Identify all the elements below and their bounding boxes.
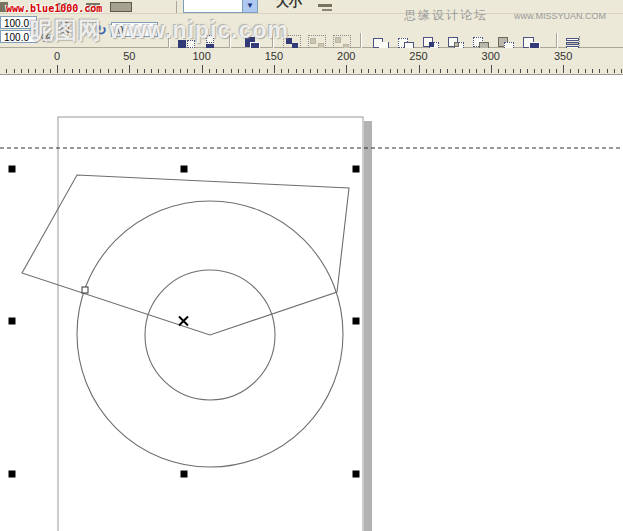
watermark-missyuan-forum: 思缘设计论坛 — [404, 7, 488, 24]
selection-handle[interactable] — [9, 471, 16, 478]
app-window: ▼ 大小 % ↻ — [0, 0, 623, 531]
watermark-missyuan-url: www.MISSYUAN.COM — [514, 11, 606, 21]
watermark-blue1000: www.blue1000.com — [6, 3, 102, 14]
selection-handle[interactable] — [353, 166, 360, 173]
canvas-overlay — [0, 0, 623, 531]
curve-start-node[interactable] — [82, 287, 88, 293]
page — [58, 117, 363, 531]
page-shadow — [364, 121, 372, 531]
selection-handle[interactable] — [353, 471, 360, 478]
selection-handle[interactable] — [181, 471, 188, 478]
selection-handle[interactable] — [181, 166, 188, 173]
selection-handle[interactable] — [353, 318, 360, 325]
selection-handle[interactable] — [9, 166, 16, 173]
watermark-nipic: 昵图网 www.nipic.com — [30, 15, 289, 46]
selection-handle[interactable] — [9, 318, 16, 325]
